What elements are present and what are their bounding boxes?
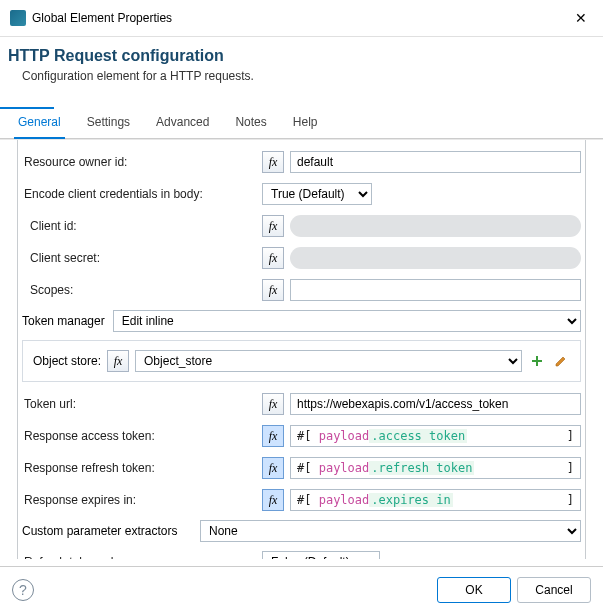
tab-general[interactable]: General [14, 109, 65, 139]
tab-highlight [0, 107, 54, 109]
ok-button[interactable]: OK [437, 577, 511, 603]
page-subtitle: Configuration element for a HTTP request… [8, 69, 595, 83]
svg-rect-1 [532, 360, 542, 362]
label-client-secret: Client secret: [22, 251, 262, 265]
label-response-refresh-token: Response refresh token: [22, 461, 262, 475]
tab-help[interactable]: Help [289, 109, 322, 139]
select-custom-extractors[interactable]: None [200, 520, 581, 542]
window-titlebar: Global Element Properties ✕ [0, 0, 603, 37]
cancel-button[interactable]: Cancel [517, 577, 591, 603]
label-token-url: Token url: [22, 397, 262, 411]
input-response-expires-in[interactable]: #[ payload.expires in] [290, 489, 581, 511]
label-scopes: Scopes: [22, 283, 262, 297]
app-icon [10, 10, 26, 26]
fx-button[interactable]: fx [107, 350, 129, 372]
add-icon[interactable] [528, 352, 546, 370]
tab-bar: General Settings Advanced Notes Help [0, 109, 603, 139]
fx-button[interactable]: fx [262, 215, 284, 237]
label-token-manager: Token manager [22, 314, 105, 328]
fx-button[interactable]: fx [262, 247, 284, 269]
help-icon[interactable]: ? [12, 579, 34, 601]
label-resource-owner-id: Resource owner id: [22, 155, 262, 169]
page-title: HTTP Request configuration [8, 47, 595, 65]
fx-button[interactable]: fx [262, 457, 284, 479]
input-client-secret[interactable] [290, 247, 581, 269]
label-client-id: Client id: [22, 219, 262, 233]
fx-button[interactable]: fx [262, 279, 284, 301]
label-encode-body: Encode client credentials in body: [22, 187, 262, 201]
label-response-access-token: Response access token: [22, 429, 262, 443]
label-custom-extractors: Custom parameter extractors [22, 524, 192, 538]
input-client-id[interactable] [290, 215, 581, 237]
close-icon[interactable]: ✕ [569, 6, 593, 30]
dialog-footer: ? OK Cancel [0, 566, 603, 613]
tab-notes[interactable]: Notes [231, 109, 270, 139]
input-token-url[interactable] [290, 393, 581, 415]
label-object-store: Object store: [33, 354, 101, 368]
fx-button[interactable]: fx [262, 393, 284, 415]
label-response-expires-in: Response expires in: [22, 493, 262, 507]
select-token-manager[interactable]: Edit inline [113, 310, 581, 332]
form-content: Resource owner id: fx Encode client cred… [0, 139, 603, 559]
input-response-access-token[interactable]: #[ payload.access token] [290, 425, 581, 447]
object-store-group: Object store: fx Object_store [22, 340, 581, 382]
window-title: Global Element Properties [32, 11, 569, 25]
edit-icon[interactable] [552, 352, 570, 370]
input-resource-owner-id[interactable] [290, 151, 581, 173]
select-encode-body[interactable]: True (Default) [262, 183, 372, 205]
input-scopes[interactable] [290, 279, 581, 301]
fx-button[interactable]: fx [262, 425, 284, 447]
select-object-store[interactable]: Object_store [135, 350, 522, 372]
label-refresh-token-when: Refresh token when: [22, 555, 262, 559]
dialog-header: HTTP Request configuration Configuration… [0, 37, 603, 91]
fx-button[interactable]: fx [262, 489, 284, 511]
fx-button[interactable]: fx [262, 151, 284, 173]
tab-settings[interactable]: Settings [83, 109, 134, 139]
tab-advanced[interactable]: Advanced [152, 109, 213, 139]
select-refresh-token-when[interactable]: False (Default) [262, 551, 380, 559]
input-response-refresh-token[interactable]: #[ payload.refresh token] [290, 457, 581, 479]
